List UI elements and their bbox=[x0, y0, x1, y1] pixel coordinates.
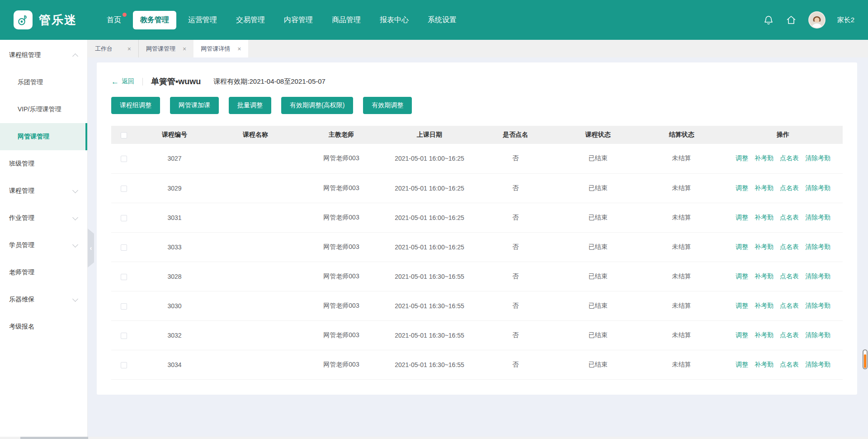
cell-course-name bbox=[212, 320, 298, 350]
row-checkbox[interactable] bbox=[121, 274, 127, 280]
action-link[interactable]: 调整 bbox=[736, 154, 748, 162]
cell-teacher: 网管老师003 bbox=[298, 320, 384, 350]
action-link[interactable]: 点名表 bbox=[780, 331, 799, 339]
nav-item[interactable]: 交易管理 bbox=[229, 11, 272, 29]
tab[interactable]: 网管课详情× bbox=[193, 40, 248, 57]
action-link[interactable]: 清除考勤 bbox=[805, 272, 830, 280]
nav-item[interactable]: 运营管理 bbox=[181, 11, 224, 29]
action-link[interactable]: 点名表 bbox=[780, 361, 799, 368]
sidebar-item[interactable]: 课程组管理 bbox=[0, 42, 87, 69]
back-button[interactable]: ← 返回 bbox=[111, 77, 134, 86]
close-icon[interactable]: × bbox=[183, 46, 186, 52]
chevron-up-icon bbox=[72, 53, 78, 59]
action-link[interactable]: 补考勤 bbox=[755, 243, 774, 250]
action-link[interactable]: 清除考勤 bbox=[805, 184, 830, 191]
action-link[interactable]: 清除考勤 bbox=[805, 302, 830, 309]
action-link[interactable]: 清除考勤 bbox=[805, 214, 830, 221]
sidebar-item[interactable]: VIP/乐理课管理 bbox=[0, 96, 87, 123]
sidebar-item[interactable]: 乐团管理 bbox=[0, 69, 87, 96]
nav-item[interactable]: 教务管理 bbox=[133, 11, 176, 29]
nav-item[interactable]: 首页 bbox=[99, 11, 128, 29]
row-checkbox[interactable] bbox=[121, 362, 127, 368]
tab-label: 网管课管理 bbox=[146, 45, 175, 53]
action-link[interactable]: 点名表 bbox=[780, 154, 799, 162]
nav-item-label: 教务管理 bbox=[140, 16, 169, 24]
toolbar-button[interactable]: 有效期调整 bbox=[363, 97, 412, 114]
action-link[interactable]: 清除考勤 bbox=[805, 361, 830, 368]
sidebar-item-label: 作业管理 bbox=[9, 214, 34, 222]
toolbar-button[interactable]: 网管课加课 bbox=[170, 97, 219, 114]
tab[interactable]: 网管课管理× bbox=[138, 40, 193, 57]
nav-item-label: 内容管理 bbox=[284, 16, 313, 24]
nav-item-label: 报表中心 bbox=[380, 16, 409, 24]
user-name[interactable]: 家长2 bbox=[837, 16, 854, 24]
toolbar-button[interactable]: 有效期调整(高权限) bbox=[281, 97, 353, 114]
action-link[interactable]: 点名表 bbox=[780, 243, 799, 250]
row-checkbox[interactable] bbox=[121, 186, 127, 192]
sidebar-item[interactable]: 课程管理 bbox=[0, 177, 87, 205]
close-icon[interactable]: × bbox=[127, 46, 131, 52]
row-checkbox[interactable] bbox=[121, 333, 127, 339]
nav-item[interactable]: 商品管理 bbox=[325, 11, 368, 29]
toolbar-button[interactable]: 课程组调整 bbox=[111, 97, 160, 114]
column-header: 是否点名 bbox=[475, 126, 556, 144]
sidebar-item[interactable]: 老师管理 bbox=[0, 259, 87, 286]
action-link[interactable]: 清除考勤 bbox=[805, 331, 830, 339]
action-link[interactable]: 清除考勤 bbox=[805, 154, 830, 162]
logo-icon bbox=[14, 10, 33, 29]
brand-logo[interactable]: 管乐迷 bbox=[14, 10, 77, 29]
bell-icon[interactable] bbox=[763, 14, 774, 25]
cell-course-name bbox=[212, 232, 298, 262]
cell-course-name bbox=[212, 350, 298, 379]
avatar[interactable] bbox=[808, 11, 826, 29]
sidebar-item[interactable]: 考级报名 bbox=[0, 313, 87, 340]
sidebar-item[interactable]: 班级管理 bbox=[0, 150, 87, 177]
cell-actions: 调整补考勤点名表清除考勤 bbox=[723, 320, 843, 350]
cell-checkbox bbox=[111, 262, 137, 291]
action-link[interactable]: 调整 bbox=[736, 302, 748, 309]
action-link[interactable]: 调整 bbox=[736, 361, 748, 368]
sidebar-item[interactable]: 学员管理 bbox=[0, 232, 87, 259]
action-link[interactable]: 调整 bbox=[736, 331, 748, 339]
action-link[interactable]: 补考勤 bbox=[755, 184, 774, 191]
tab[interactable]: 工作台× bbox=[88, 40, 138, 57]
action-link[interactable]: 补考勤 bbox=[755, 154, 774, 162]
toolbar-button[interactable]: 批量调整 bbox=[229, 97, 271, 114]
action-link[interactable]: 调整 bbox=[736, 272, 748, 280]
action-link[interactable]: 补考勤 bbox=[755, 214, 774, 221]
horizontal-scrollbar[interactable] bbox=[0, 437, 868, 439]
sidebar-item[interactable]: 网管课管理 bbox=[0, 123, 87, 150]
row-checkbox[interactable] bbox=[121, 215, 127, 221]
action-link[interactable]: 点名表 bbox=[780, 184, 799, 191]
close-icon[interactable]: × bbox=[237, 46, 241, 52]
action-link[interactable]: 调整 bbox=[736, 184, 748, 191]
sidebar-item[interactable]: 作业管理 bbox=[0, 205, 87, 232]
vertical-scrollbar-thumb[interactable] bbox=[863, 349, 868, 369]
nav-item[interactable]: 系统设置 bbox=[420, 11, 464, 29]
action-link[interactable]: 调整 bbox=[736, 243, 748, 250]
action-link[interactable]: 点名表 bbox=[780, 214, 799, 221]
action-link[interactable]: 补考勤 bbox=[755, 331, 774, 339]
action-link[interactable]: 调整 bbox=[736, 214, 748, 221]
row-checkbox[interactable] bbox=[121, 244, 127, 251]
nav-item[interactable]: 内容管理 bbox=[277, 11, 320, 29]
action-link[interactable]: 补考勤 bbox=[755, 361, 774, 368]
action-link[interactable]: 补考勤 bbox=[755, 272, 774, 280]
cell-date: 2021-05-01 16:30~16:55 bbox=[384, 350, 475, 379]
action-link[interactable]: 清除考勤 bbox=[805, 243, 830, 250]
nav-item-label: 系统设置 bbox=[428, 16, 457, 24]
nav-item-label: 首页 bbox=[107, 16, 121, 24]
nav-item[interactable]: 报表中心 bbox=[373, 11, 416, 29]
sidebar-item[interactable]: 乐器维保 bbox=[0, 286, 87, 313]
row-checkbox[interactable] bbox=[121, 156, 127, 162]
action-link[interactable]: 点名表 bbox=[780, 302, 799, 309]
cell-course-status: 已结束 bbox=[556, 262, 640, 291]
home-icon[interactable] bbox=[786, 14, 797, 25]
select-all-checkbox[interactable] bbox=[121, 132, 127, 138]
sidebar-collapse-handle[interactable]: ‹ bbox=[88, 229, 94, 267]
nav-item-label: 交易管理 bbox=[236, 16, 265, 24]
action-link[interactable]: 点名表 bbox=[780, 272, 799, 280]
action-link[interactable]: 补考勤 bbox=[755, 302, 774, 309]
row-checkbox[interactable] bbox=[121, 303, 127, 310]
horizontal-scrollbar-thumb[interactable] bbox=[20, 437, 88, 439]
